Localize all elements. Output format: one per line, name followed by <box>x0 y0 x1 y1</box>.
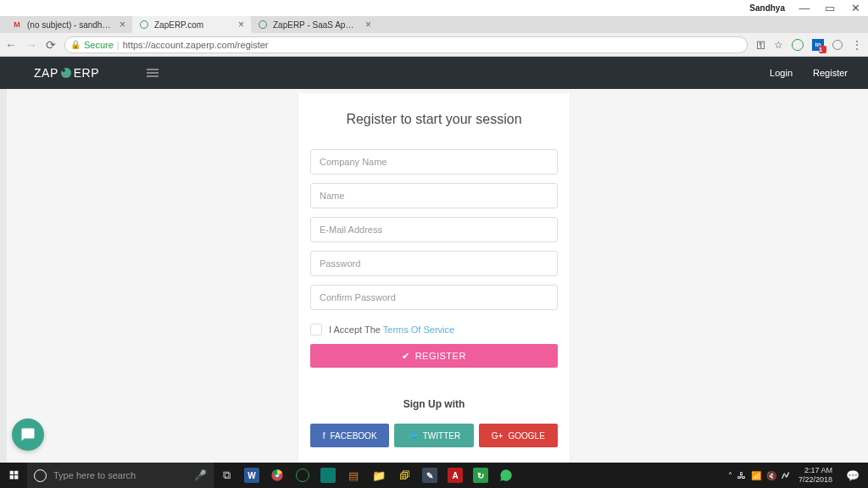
window-minimize[interactable]: — <box>792 2 817 14</box>
tray-battery-icon[interactable]: 🗲 <box>782 471 790 480</box>
browser-tab[interactable]: M (no subject) - sandhya.sn × <box>5 16 132 33</box>
close-icon[interactable]: × <box>116 19 125 30</box>
system-tray[interactable]: ˄ 🖧 📶 🔇 🗲 2:17 AM 7/22/2018 💬 <box>728 466 868 485</box>
facebook-icon: f <box>323 431 326 441</box>
browser-tab[interactable]: ZapERP - SaaS Applicatio × <box>251 16 378 33</box>
system-clock[interactable]: 2:17 AM 7/22/2018 <box>795 466 836 485</box>
chat-icon <box>20 427 36 442</box>
card-title: Register to start your session <box>310 112 558 127</box>
register-card: Register to start your session I Accept … <box>298 93 570 463</box>
zaperp-icon <box>139 19 149 30</box>
accept-terms-label: I Accept The <box>329 324 383 335</box>
os-username: Sandhya <box>0 3 792 13</box>
key-icon[interactable]: ⚿ <box>756 40 765 50</box>
menu-toggle-button[interactable] <box>147 67 159 79</box>
social-buttons: f FACEBOOK 🐦 TWITTER G+ GOOGLE <box>310 424 558 447</box>
name-input[interactable] <box>310 183 558 208</box>
taskbar-app-files[interactable]: 📁 <box>366 463 392 488</box>
lock-icon: 🔒 <box>70 40 81 49</box>
terms-of-service-link[interactable]: Terms Of Service <box>383 324 454 335</box>
zaperp-icon <box>258 19 268 30</box>
tab-title: ZapERP.com <box>154 20 230 30</box>
twitter-icon: 🐦 <box>408 431 418 441</box>
os-taskbar: Type here to search 🎤 ⧉ W ▤ 📁 🗊 ✎ A ↻ ˄ … <box>0 463 868 488</box>
taskbar-app-9[interactable]: ✎ <box>417 463 442 488</box>
signup-with-label: Sign Up with <box>310 398 558 410</box>
tab-title: (no subject) - sandhya.sn <box>27 20 111 30</box>
os-titlebar: Sandhya — ▭ ✕ <box>0 0 868 16</box>
extension-icon[interactable] <box>832 40 843 50</box>
cortana-icon <box>34 469 47 482</box>
company-name-input[interactable] <box>310 149 558 175</box>
page-content: Register to start your session I Accept … <box>0 89 868 463</box>
secure-label: Secure <box>84 40 114 50</box>
browser-menu-icon[interactable]: ⋮ <box>851 38 863 52</box>
linkedin-icon[interactable]: in <box>812 39 824 51</box>
url-text: https://account.zaperp.com/register <box>123 40 269 50</box>
email-input[interactable] <box>310 217 558 242</box>
login-link[interactable]: Login <box>770 68 793 78</box>
password-input[interactable] <box>310 251 558 276</box>
taskbar-app-pdf[interactable]: A <box>442 463 468 488</box>
back-button[interactable]: ← <box>5 38 17 52</box>
taskbar-app-grammarly[interactable] <box>290 463 315 488</box>
taskbar-app-11[interactable]: ↻ <box>468 463 493 488</box>
taskbar-app-whatsapp[interactable] <box>493 463 519 488</box>
tray-volume-icon[interactable]: 🔇 <box>766 471 776 480</box>
mic-icon[interactable]: 🎤 <box>194 469 207 481</box>
accept-terms-row: I Accept The Terms Of Service <box>310 324 558 336</box>
browser-tab-strip: M (no subject) - sandhya.sn × ZapERP.com… <box>0 16 868 33</box>
facebook-button[interactable]: f FACEBOOK <box>310 424 389 447</box>
app-logo[interactable]: ZAP ERP <box>34 66 99 80</box>
check-circle-icon: ✔ <box>402 351 410 362</box>
taskbar-app-6[interactable]: ▤ <box>341 463 366 488</box>
accept-terms-checkbox[interactable] <box>310 324 322 336</box>
chat-fab-button[interactable] <box>12 419 44 451</box>
action-center-icon[interactable]: 💬 <box>841 469 865 482</box>
taskbar-search[interactable]: Type here to search 🎤 <box>27 463 214 488</box>
reload-button[interactable]: ⟳ <box>46 38 56 52</box>
tray-network-icon[interactable]: 🖧 <box>737 471 746 480</box>
tab-title: ZapERP - SaaS Applicatio <box>273 20 357 30</box>
window-maximize[interactable]: ▭ <box>817 2 843 14</box>
taskbar-app-word[interactable]: W <box>239 463 264 488</box>
close-icon[interactable]: × <box>362 19 371 30</box>
star-icon[interactable]: ☆ <box>774 39 783 51</box>
taskbar-app-chrome[interactable] <box>264 463 290 488</box>
browser-tab-active[interactable]: ZapERP.com × <box>132 16 251 33</box>
tray-wifi-icon[interactable]: 📶 <box>751 471 761 480</box>
google-button[interactable]: G+ GOOGLE <box>479 424 558 447</box>
forward-button[interactable]: → <box>25 38 37 52</box>
register-button[interactable]: ✔ REGISTER <box>310 344 558 368</box>
window-close[interactable]: ✕ <box>843 2 868 14</box>
app-header: ZAP ERP Login Register <box>0 57 868 89</box>
register-link[interactable]: Register <box>813 68 848 78</box>
task-view-button[interactable]: ⧉ <box>214 463 239 488</box>
toolbar-actions: ⚿ ☆ in ⋮ <box>756 38 863 52</box>
taskbar-app-notes[interactable]: 🗊 <box>392 463 417 488</box>
twitter-button[interactable]: 🐦 TWITTER <box>394 424 473 447</box>
address-bar[interactable]: 🔒 Secure | https://account.zaperp.com/re… <box>64 36 748 53</box>
confirm-password-input[interactable] <box>310 285 558 310</box>
start-button[interactable] <box>0 469 27 482</box>
close-icon[interactable]: × <box>235 19 244 30</box>
search-placeholder: Type here to search <box>53 470 187 480</box>
grammarly-icon[interactable] <box>792 39 804 51</box>
gmail-icon: M <box>12 19 22 30</box>
logo-o-icon <box>61 68 71 78</box>
tray-chevron-up-icon[interactable]: ˄ <box>728 471 732 480</box>
browser-toolbar: ← → ⟳ 🔒 Secure | https://account.zaperp.… <box>0 33 868 57</box>
taskbar-app-5[interactable] <box>315 463 341 488</box>
google-plus-icon: G+ <box>492 431 504 441</box>
